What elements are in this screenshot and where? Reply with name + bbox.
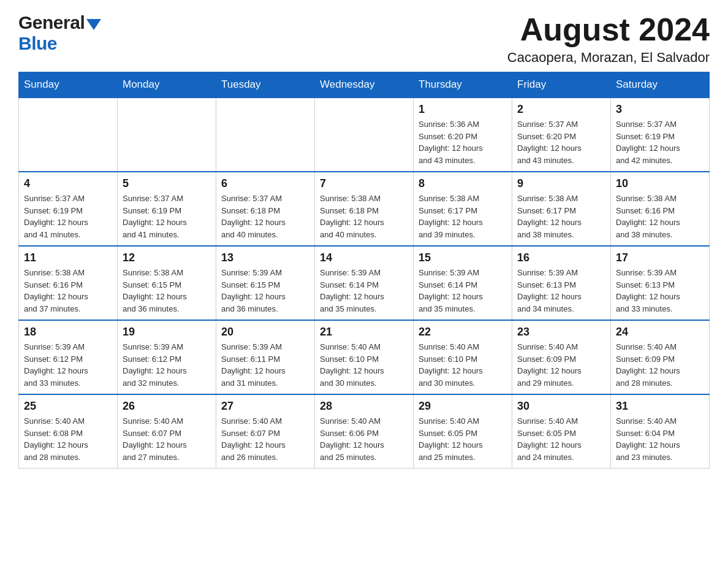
calendar-day-cell [118,98,216,172]
day-number: 21 [320,326,408,339]
day-number: 24 [616,326,704,339]
calendar-day-cell: 10Sunrise: 5:38 AM Sunset: 6:16 PM Dayli… [611,172,710,246]
day-number: 18 [24,326,112,339]
calendar-day-cell: 2Sunrise: 5:37 AM Sunset: 6:20 PM Daylig… [512,98,611,172]
calendar-day-cell: 6Sunrise: 5:37 AM Sunset: 6:18 PM Daylig… [216,172,315,246]
day-number: 11 [24,251,112,264]
calendar-day-cell: 28Sunrise: 5:40 AM Sunset: 6:06 PM Dayli… [315,394,414,469]
calendar-week-row: 18Sunrise: 5:39 AM Sunset: 6:12 PM Dayli… [19,320,710,394]
calendar-day-cell: 12Sunrise: 5:38 AM Sunset: 6:15 PM Dayli… [118,246,216,320]
logo-blue-text: Blue [18,33,57,53]
calendar-week-row: 25Sunrise: 5:40 AM Sunset: 6:08 PM Dayli… [19,394,710,469]
calendar-day-cell: 29Sunrise: 5:40 AM Sunset: 6:05 PM Dayli… [414,394,512,469]
day-info: Sunrise: 5:39 AM Sunset: 6:12 PM Dayligh… [123,341,211,389]
day-info: Sunrise: 5:40 AM Sunset: 6:06 PM Dayligh… [320,415,408,463]
day-number: 6 [221,177,309,190]
day-info: Sunrise: 5:38 AM Sunset: 6:17 PM Dayligh… [419,193,507,240]
day-info: Sunrise: 5:39 AM Sunset: 6:14 PM Dayligh… [419,267,507,315]
day-number: 8 [419,177,507,190]
day-info: Sunrise: 5:37 AM Sunset: 6:19 PM Dayligh… [616,118,704,166]
day-info: Sunrise: 5:40 AM Sunset: 6:04 PM Dayligh… [616,415,704,463]
day-number: 30 [517,400,605,413]
day-of-week-header: Sunday [19,72,118,98]
day-info: Sunrise: 5:39 AM Sunset: 6:13 PM Dayligh… [517,267,605,315]
calendar-day-cell: 1Sunrise: 5:36 AM Sunset: 6:20 PM Daylig… [414,98,512,172]
calendar-day-cell: 3Sunrise: 5:37 AM Sunset: 6:19 PM Daylig… [611,98,710,172]
calendar-day-cell: 5Sunrise: 5:37 AM Sunset: 6:19 PM Daylig… [118,172,216,246]
logo: General Blue [18,12,101,54]
day-info: Sunrise: 5:37 AM Sunset: 6:20 PM Dayligh… [517,118,605,166]
day-number: 31 [616,400,704,413]
day-info: Sunrise: 5:38 AM Sunset: 6:15 PM Dayligh… [123,267,211,315]
day-info: Sunrise: 5:38 AM Sunset: 6:16 PM Dayligh… [24,267,112,315]
day-info: Sunrise: 5:40 AM Sunset: 6:10 PM Dayligh… [320,341,408,389]
day-of-week-header: Friday [512,72,611,98]
location-text: Cacaopera, Morazan, El Salvador [507,50,710,66]
day-number: 26 [123,400,211,413]
calendar-day-cell: 17Sunrise: 5:39 AM Sunset: 6:13 PM Dayli… [611,246,710,320]
calendar-day-cell: 15Sunrise: 5:39 AM Sunset: 6:14 PM Dayli… [414,246,512,320]
day-info: Sunrise: 5:39 AM Sunset: 6:14 PM Dayligh… [320,267,408,315]
day-info: Sunrise: 5:37 AM Sunset: 6:19 PM Dayligh… [24,193,112,240]
day-info: Sunrise: 5:40 AM Sunset: 6:05 PM Dayligh… [517,415,605,463]
calendar-table: SundayMondayTuesdayWednesdayThursdayFrid… [18,72,710,469]
day-number: 19 [123,326,211,339]
day-info: Sunrise: 5:38 AM Sunset: 6:17 PM Dayligh… [517,193,605,240]
day-number: 17 [616,251,704,264]
calendar-day-cell: 14Sunrise: 5:39 AM Sunset: 6:14 PM Dayli… [315,246,414,320]
day-of-week-header: Thursday [414,72,512,98]
calendar-week-row: 11Sunrise: 5:38 AM Sunset: 6:16 PM Dayli… [19,246,710,320]
calendar-day-cell: 25Sunrise: 5:40 AM Sunset: 6:08 PM Dayli… [19,394,118,469]
day-number: 13 [221,251,309,264]
logo-arrow-icon [86,19,101,30]
day-info: Sunrise: 5:40 AM Sunset: 6:09 PM Dayligh… [616,341,704,389]
calendar-day-cell: 7Sunrise: 5:38 AM Sunset: 6:18 PM Daylig… [315,172,414,246]
day-info: Sunrise: 5:38 AM Sunset: 6:16 PM Dayligh… [616,193,704,240]
calendar-day-cell: 23Sunrise: 5:40 AM Sunset: 6:09 PM Dayli… [512,320,611,394]
calendar-day-cell [216,98,315,172]
day-number: 2 [517,103,605,116]
day-info: Sunrise: 5:40 AM Sunset: 6:07 PM Dayligh… [123,415,211,463]
calendar-day-cell [19,98,118,172]
month-title: August 2024 [507,12,710,47]
calendar-day-cell: 27Sunrise: 5:40 AM Sunset: 6:07 PM Dayli… [216,394,315,469]
calendar-day-cell: 21Sunrise: 5:40 AM Sunset: 6:10 PM Dayli… [315,320,414,394]
day-info: Sunrise: 5:39 AM Sunset: 6:15 PM Dayligh… [221,267,309,315]
day-number: 3 [616,103,704,116]
day-number: 23 [517,326,605,339]
day-of-week-header: Monday [118,72,216,98]
day-info: Sunrise: 5:40 AM Sunset: 6:10 PM Dayligh… [419,341,507,389]
calendar-day-cell: 8Sunrise: 5:38 AM Sunset: 6:17 PM Daylig… [414,172,512,246]
day-info: Sunrise: 5:39 AM Sunset: 6:13 PM Dayligh… [616,267,704,315]
calendar-day-cell: 22Sunrise: 5:40 AM Sunset: 6:10 PM Dayli… [414,320,512,394]
day-of-week-header: Saturday [611,72,710,98]
calendar-day-cell: 26Sunrise: 5:40 AM Sunset: 6:07 PM Dayli… [118,394,216,469]
day-number: 16 [517,251,605,264]
day-info: Sunrise: 5:40 AM Sunset: 6:05 PM Dayligh… [419,415,507,463]
day-number: 9 [517,177,605,190]
day-number: 12 [123,251,211,264]
day-number: 7 [320,177,408,190]
title-block: August 2024 Cacaopera, Morazan, El Salva… [507,12,710,66]
day-of-week-header: Tuesday [216,72,315,98]
day-number: 4 [24,177,112,190]
day-info: Sunrise: 5:40 AM Sunset: 6:07 PM Dayligh… [221,415,309,463]
day-info: Sunrise: 5:37 AM Sunset: 6:19 PM Dayligh… [123,193,211,240]
day-number: 14 [320,251,408,264]
day-info: Sunrise: 5:37 AM Sunset: 6:18 PM Dayligh… [221,193,309,240]
day-number: 1 [419,103,507,116]
calendar-day-cell: 20Sunrise: 5:39 AM Sunset: 6:11 PM Dayli… [216,320,315,394]
calendar-day-cell: 16Sunrise: 5:39 AM Sunset: 6:13 PM Dayli… [512,246,611,320]
calendar-day-cell: 4Sunrise: 5:37 AM Sunset: 6:19 PM Daylig… [19,172,118,246]
day-number: 15 [419,251,507,264]
day-number: 5 [123,177,211,190]
day-info: Sunrise: 5:38 AM Sunset: 6:18 PM Dayligh… [320,193,408,240]
calendar-week-row: 1Sunrise: 5:36 AM Sunset: 6:20 PM Daylig… [19,98,710,172]
calendar-header-row: SundayMondayTuesdayWednesdayThursdayFrid… [19,72,710,98]
calendar-week-row: 4Sunrise: 5:37 AM Sunset: 6:19 PM Daylig… [19,172,710,246]
page-header: General Blue August 2024 Cacaopera, Mora… [18,12,710,66]
day-number: 29 [419,400,507,413]
day-info: Sunrise: 5:36 AM Sunset: 6:20 PM Dayligh… [419,118,507,166]
day-number: 27 [221,400,309,413]
day-number: 22 [419,326,507,339]
